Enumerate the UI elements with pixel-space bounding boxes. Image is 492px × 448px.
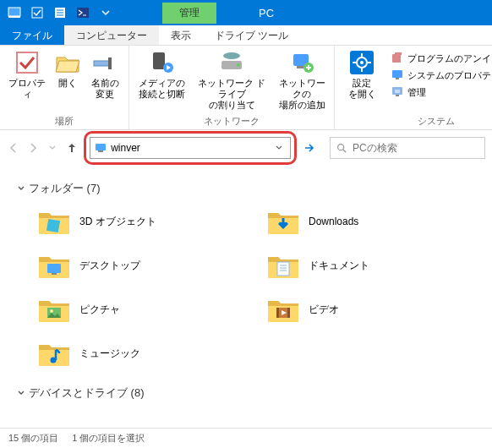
uninstall-icon: [391, 52, 404, 65]
chevron-down-icon: [17, 184, 25, 193]
navigation-bar: [0, 130, 492, 166]
ribbon-group-network: メディアの 接続と切断 ネットワーク ドライブ の割り当て ネットワークの 場所…: [129, 46, 335, 129]
item-label: ピクチャ: [79, 303, 120, 317]
forward-button[interactable]: [26, 138, 41, 158]
svg-rect-27: [395, 52, 402, 55]
svg-point-15: [237, 63, 240, 67]
folder-documents[interactable]: ドキュメント: [263, 247, 475, 284]
search-input[interactable]: [353, 142, 479, 154]
system-properties-item[interactable]: システムのプロパティ: [389, 68, 492, 83]
manage-item[interactable]: 管理: [389, 85, 492, 100]
search-box[interactable]: [330, 137, 485, 159]
folder-icon: [37, 206, 71, 237]
svg-rect-47: [287, 308, 290, 318]
status-count: 15 個の項目: [8, 432, 58, 445]
uninstall-item[interactable]: プログラムのアンインスト…: [389, 51, 492, 66]
item-label: デスクトップ: [79, 259, 140, 273]
item-label: ビデオ: [309, 303, 339, 317]
svg-rect-31: [396, 95, 399, 96]
settings-label: 設定 を開く: [348, 78, 376, 100]
address-dropdown[interactable]: [271, 144, 287, 152]
drive-network-icon: [218, 49, 245, 76]
item-label: ミュージック: [79, 347, 140, 361]
quick-access-toolbar: [0, 2, 120, 24]
address-input[interactable]: [111, 142, 268, 154]
qat-properties-icon[interactable]: [49, 2, 71, 24]
uninstall-label: プログラムのアンインスト…: [407, 52, 492, 65]
svg-rect-2: [32, 8, 42, 18]
up-button[interactable]: [64, 138, 79, 158]
svg-rect-37: [47, 264, 61, 273]
svg-rect-29: [396, 78, 399, 79]
folder-pictures[interactable]: ピクチャ: [34, 291, 246, 328]
svg-rect-28: [392, 70, 402, 78]
item-label: ドキュメント: [309, 259, 369, 273]
address-bar[interactable]: [90, 137, 291, 159]
folder-music[interactable]: ミュージック: [34, 335, 246, 372]
ribbon-group-location: プロパティ 開く 名前の 変更 場所: [0, 46, 129, 129]
properties-button[interactable]: プロパティ: [7, 49, 47, 113]
recent-dropdown[interactable]: [46, 138, 60, 158]
qat-powershell-icon[interactable]: [72, 2, 94, 24]
tab-file[interactable]: ファイル: [0, 25, 64, 45]
svg-rect-11: [153, 52, 165, 69]
svg-point-21: [360, 61, 364, 64]
folder-icon: [37, 250, 71, 281]
map-drive-button[interactable]: ネットワーク ドライブ の割り当て: [194, 49, 270, 113]
rename-button[interactable]: 名前の 変更: [88, 49, 122, 113]
ribbon: プロパティ 開く 名前の 変更 場所 メディアの 接続と切断 ネットワーク ドラ…: [0, 46, 492, 130]
tab-view[interactable]: 表示: [159, 25, 203, 45]
devices-header[interactable]: デバイスとドライブ (8): [17, 385, 475, 401]
folders-header-label: フォルダー (7): [29, 181, 101, 196]
monitor-icon: [391, 68, 404, 82]
svg-rect-26: [392, 54, 401, 63]
sys-prop-label: システムのプロパティ: [407, 69, 492, 82]
system-menu-icon[interactable]: [3, 2, 25, 24]
svg-rect-46: [276, 308, 279, 318]
media-button[interactable]: メディアの 接続と切断: [136, 49, 187, 113]
rename-icon: [91, 49, 118, 76]
folders-grid: 3D オブジェクト Downloads デスクトップ ドキュメント ピクチャ ビ…: [17, 203, 475, 372]
status-selected: 1 個の項目を選択: [72, 432, 145, 445]
svg-rect-10: [108, 57, 112, 69]
svg-point-48: [51, 358, 57, 363]
ribbon-group-system: 設定 を開く プログラムのアンインスト… システムのプロパティ 管理 システム: [335, 46, 492, 129]
go-button[interactable]: [302, 138, 316, 158]
svg-rect-8: [17, 52, 37, 73]
media-server-icon: [148, 49, 175, 76]
chevron-down-icon: [17, 389, 25, 397]
svg-point-14: [223, 52, 240, 59]
group-label-location: 場所: [7, 113, 122, 128]
tab-computer[interactable]: コンピューター: [64, 25, 159, 45]
folder-3d-objects[interactable]: 3D オブジェクト: [34, 203, 246, 240]
checkmark-icon: [14, 49, 41, 76]
folder-icon: [37, 338, 71, 369]
folder-videos[interactable]: ビデオ: [263, 291, 475, 328]
qat-dropdown-icon[interactable]: [95, 2, 117, 24]
pc-icon: [94, 141, 107, 155]
folders-header[interactable]: フォルダー (7): [17, 181, 475, 196]
folder-desktop[interactable]: デスクトップ: [34, 247, 246, 284]
folder-icon: [266, 250, 300, 281]
add-location-label: ネットワークの 場所の追加: [276, 78, 327, 112]
svg-point-44: [50, 309, 53, 313]
svg-rect-32: [96, 144, 106, 150]
item-label: Downloads: [309, 216, 358, 227]
manage-icon: [391, 85, 404, 99]
svg-rect-36: [46, 219, 60, 232]
settings-button[interactable]: 設定 を開く: [342, 49, 382, 113]
folder-downloads[interactable]: Downloads: [263, 203, 475, 240]
open-button[interactable]: 開く: [54, 49, 81, 113]
contextual-tab-manage[interactable]: 管理: [162, 3, 216, 24]
media-label: メディアの 接続と切断: [139, 78, 185, 100]
tab-drive-tools[interactable]: ドライブ ツール: [203, 25, 300, 45]
folder-open-icon: [54, 49, 81, 76]
qat-checkbox-icon[interactable]: [26, 2, 48, 24]
gear-icon: [348, 49, 375, 76]
system-list: プログラムのアンインスト… システムのプロパティ 管理: [389, 49, 492, 113]
back-button[interactable]: [7, 138, 21, 158]
svg-line-35: [343, 150, 347, 153]
add-location-button[interactable]: ネットワークの 場所の追加: [276, 49, 327, 113]
devices-header-label: デバイスとドライブ (8): [29, 385, 145, 401]
svg-rect-1: [8, 16, 20, 18]
